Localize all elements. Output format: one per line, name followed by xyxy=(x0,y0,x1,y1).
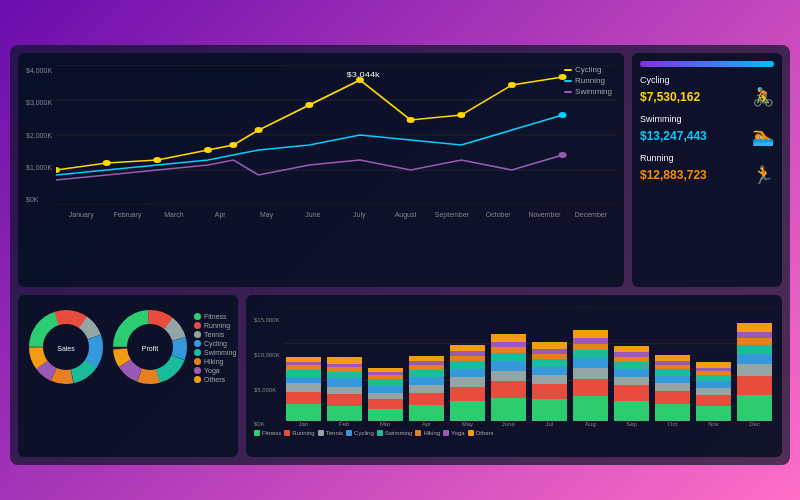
bar-group xyxy=(735,323,774,421)
bar-segment xyxy=(286,392,321,404)
bar-segment xyxy=(286,370,321,377)
bar-segment xyxy=(532,367,567,376)
bar-segment xyxy=(655,383,690,391)
stacked-bar xyxy=(696,362,731,421)
bar-group xyxy=(694,362,733,421)
bar-legend: Fitness Running Tennis Cycling Swimming … xyxy=(254,430,774,436)
swimming-icon: 🏊 xyxy=(752,125,774,147)
bar-segment xyxy=(532,399,567,421)
donut-legend: Fitness Running Tennis Cycling xyxy=(194,313,236,383)
bar-segment xyxy=(327,357,362,364)
bar-segment xyxy=(737,338,772,345)
y-label-2: $2,000K xyxy=(26,132,52,139)
svg-point-13 xyxy=(407,117,415,123)
bar-chart-panel: $15,000K $10,000K $5,000K $0K xyxy=(246,295,782,457)
page-header xyxy=(0,0,800,45)
svg-point-10 xyxy=(255,127,263,133)
bar-group xyxy=(366,368,405,422)
svg-text:$3,044k: $3,044k xyxy=(347,71,381,79)
bar-segment xyxy=(573,379,608,397)
svg-point-8 xyxy=(204,147,212,153)
bar-segment xyxy=(286,383,321,392)
bar-x-labels: JanFebMarAprMayJuneJulAugSepOctNovDec xyxy=(284,421,774,427)
stacked-bar xyxy=(573,330,608,421)
bar-segment xyxy=(409,377,444,385)
bar-segment xyxy=(573,330,608,338)
bar-segment xyxy=(737,364,772,376)
sport-swimming: Swimming $13,247,443 🏊 xyxy=(640,114,774,147)
bar-segment xyxy=(696,388,731,395)
bar-segment xyxy=(532,384,567,399)
bar-segment xyxy=(614,385,649,400)
bar-segment xyxy=(737,323,772,332)
x-axis-labels: January February March Apr May June July… xyxy=(56,209,616,218)
bar-group xyxy=(571,330,610,421)
bar-segment xyxy=(327,406,362,421)
bar-segment xyxy=(327,394,362,407)
bar-segment xyxy=(450,377,485,386)
svg-text:Sales: Sales xyxy=(57,345,75,352)
y-label-3: $3,000K xyxy=(26,99,52,106)
bar-segment xyxy=(450,401,485,422)
bar-segment xyxy=(532,342,567,349)
bar-segment xyxy=(737,395,772,421)
bottom-section: Sales xyxy=(10,295,790,465)
sport-cycling: Cycling $7,530,162 🚴 xyxy=(640,75,774,108)
bar-segment xyxy=(655,376,690,383)
bar-segment xyxy=(532,375,567,384)
svg-text:Profit: Profit xyxy=(142,345,158,352)
svg-point-11 xyxy=(305,102,313,108)
bar-group xyxy=(653,355,692,421)
bar-segment xyxy=(491,361,526,370)
sports-panel-title xyxy=(640,61,774,67)
bar-chart-area: JanFebMarAprMayJuneJulAugSepOctNovDec xyxy=(284,307,774,427)
bar-segment xyxy=(737,376,772,395)
legend-running: Running xyxy=(564,76,612,85)
y-label-4: $4,000K xyxy=(26,67,52,74)
donut-charts-row: Sales xyxy=(26,307,230,389)
bar-group xyxy=(448,345,487,421)
bar-segment xyxy=(327,387,362,394)
stacked-bar xyxy=(368,368,403,422)
header-title xyxy=(0,12,800,37)
stacked-bar xyxy=(532,342,567,421)
stacked-bar xyxy=(450,345,485,421)
bar-segment xyxy=(409,385,444,393)
legend-cycling: Cycling xyxy=(564,65,612,74)
bar-group xyxy=(530,342,569,421)
svg-point-7 xyxy=(153,157,161,163)
y-label-1: $1,000K xyxy=(26,164,52,171)
bar-segment xyxy=(573,350,608,358)
bar-segment xyxy=(696,406,731,421)
donut-svg-1: Sales xyxy=(26,307,106,387)
bar-group xyxy=(325,356,364,421)
bar-segment xyxy=(450,387,485,401)
bar-segment xyxy=(327,378,362,386)
bar-segment xyxy=(532,359,567,367)
bar-segment xyxy=(286,404,321,422)
svg-point-6 xyxy=(103,160,111,166)
svg-point-5 xyxy=(56,167,60,173)
stacked-bar xyxy=(409,356,444,421)
stacked-bar xyxy=(491,334,526,421)
bar-segment xyxy=(368,386,403,393)
sports-panel: Cycling $7,530,162 🚴 Swimming $13,247,44… xyxy=(632,53,782,287)
bar-segment xyxy=(573,396,608,421)
cycling-icon: 🚴 xyxy=(752,86,774,108)
sport-running: Running $12,883,723 🏃 xyxy=(640,153,774,186)
bar-segment xyxy=(409,370,444,377)
bar-segment xyxy=(655,391,690,404)
bar-group xyxy=(284,356,323,421)
stacked-bar xyxy=(737,323,772,421)
donut-panel: Sales xyxy=(18,295,238,457)
bar-segment xyxy=(491,334,526,342)
legend-swimming: Swimming xyxy=(564,87,612,96)
bar-group xyxy=(612,346,651,421)
top-section: $4,000K $3,000K $2,000K $1,000K $0K Cycl… xyxy=(10,45,790,295)
stacked-bar xyxy=(286,356,321,421)
bar-segment xyxy=(409,393,444,405)
svg-point-17 xyxy=(559,112,567,118)
line-chart-svg: $3,044k xyxy=(56,65,616,205)
bar-group xyxy=(489,334,528,421)
stacked-bar xyxy=(327,356,362,421)
